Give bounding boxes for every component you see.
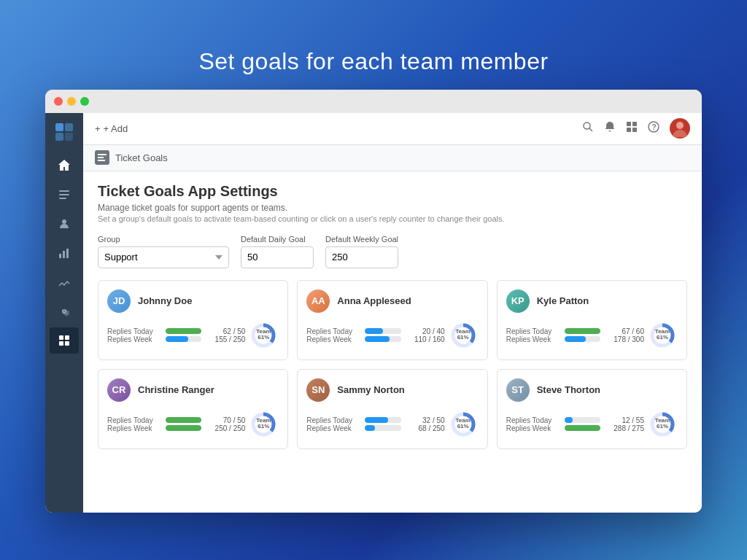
week-progress-bg bbox=[166, 336, 201, 342]
daily-goal-label: Default Daily Goal bbox=[241, 235, 314, 244]
svg-line-16 bbox=[589, 128, 592, 131]
agent-card[interactable]: AA Anna Appleseed Replies Today 20 / 40 … bbox=[297, 280, 487, 360]
svg-text:?: ? bbox=[652, 123, 657, 131]
bell-icon[interactable] bbox=[604, 121, 616, 136]
week-progress-fill bbox=[365, 336, 390, 342]
grid-icon[interactable] bbox=[626, 121, 638, 136]
agent-avatar: AA bbox=[306, 289, 330, 313]
page-title: Ticket Goals App Settings bbox=[98, 183, 687, 200]
sidebar-item-users[interactable] bbox=[50, 211, 79, 237]
week-progress-fill bbox=[166, 425, 201, 431]
replies-today-row: Replies Today 67 / 60 bbox=[506, 327, 644, 335]
replies-today-row: Replies Today 12 / 55 bbox=[506, 416, 644, 424]
sidebar-item-apps[interactable] bbox=[50, 327, 79, 354]
replies-today-label: Replies Today bbox=[506, 327, 559, 335]
svg-rect-26 bbox=[98, 160, 105, 161]
app-body: + + Add ? bbox=[45, 113, 702, 513]
agent-name: Kyle Patton bbox=[537, 295, 589, 306]
svg-rect-19 bbox=[627, 128, 631, 132]
minimize-button[interactable] bbox=[67, 97, 76, 106]
agent-card-inner: Replies Today 62 / 50 Replies Week 155 /… bbox=[107, 320, 279, 351]
today-value: 62 / 50 bbox=[207, 327, 245, 335]
week-value: 288 / 275 bbox=[606, 424, 644, 432]
user-avatar[interactable] bbox=[670, 118, 690, 139]
today-progress-fill bbox=[365, 417, 388, 423]
team-donut[interactable]: Team61% bbox=[248, 320, 279, 351]
agent-name: Sammy Norton bbox=[337, 384, 404, 395]
close-button[interactable] bbox=[54, 97, 63, 106]
add-label: + Add bbox=[104, 123, 128, 134]
replies-week-row: Replies Week 178 / 300 bbox=[506, 335, 644, 343]
svg-rect-4 bbox=[59, 190, 69, 192]
settings-form: Group Support Sales Billing Default Dail… bbox=[98, 235, 687, 268]
agent-avatar: KP bbox=[506, 289, 530, 313]
search-icon[interactable] bbox=[582, 121, 594, 136]
sidebar-item-home[interactable] bbox=[50, 152, 79, 179]
team-donut[interactable]: Team61% bbox=[647, 409, 678, 440]
svg-rect-5 bbox=[59, 194, 69, 195]
daily-goal-input[interactable] bbox=[241, 246, 314, 268]
svg-rect-8 bbox=[59, 254, 61, 258]
agent-stats: Replies Today 70 / 50 Replies Week 250 /… bbox=[107, 416, 245, 432]
traffic-lights bbox=[54, 97, 89, 106]
replies-today-label: Replies Today bbox=[306, 327, 359, 335]
sidebar-item-analytics[interactable] bbox=[50, 269, 79, 295]
add-button[interactable]: + + Add bbox=[95, 123, 128, 134]
donut-label: Team61% bbox=[256, 418, 271, 431]
svg-rect-18 bbox=[632, 122, 637, 126]
headline: Set goals for each team member bbox=[198, 48, 548, 75]
agent-card[interactable]: CR Christine Ranger Replies Today 70 / 5… bbox=[98, 369, 288, 449]
sidebar bbox=[45, 113, 83, 513]
replies-week-row: Replies Week 288 / 275 bbox=[506, 424, 644, 432]
topbar-icons: ? bbox=[582, 118, 690, 139]
team-donut[interactable]: Team61% bbox=[647, 320, 678, 351]
agent-card[interactable]: JD Johnny Doe Replies Today 62 / 50 Repl… bbox=[98, 280, 288, 360]
page-subtitle: Manage ticket goals for support agents o… bbox=[98, 203, 687, 213]
week-progress-fill bbox=[365, 425, 374, 431]
week-progress-fill bbox=[565, 425, 600, 431]
week-value: 110 / 160 bbox=[407, 335, 445, 343]
week-progress-bg bbox=[365, 425, 400, 431]
agent-avatar: CR bbox=[107, 378, 131, 402]
sidebar-item-reports[interactable] bbox=[50, 240, 79, 266]
agent-name: Anna Appleseed bbox=[337, 295, 411, 306]
replies-today-row: Replies Today 20 / 40 bbox=[306, 327, 444, 335]
daily-goal-field: Default Daily Goal bbox=[241, 235, 314, 268]
weekly-goal-input[interactable] bbox=[325, 246, 398, 268]
donut-label: Team61% bbox=[655, 329, 670, 342]
team-donut[interactable]: Team61% bbox=[448, 320, 479, 351]
breadcrumb-bar: Ticket Goals bbox=[83, 145, 702, 171]
today-progress-fill bbox=[166, 417, 201, 423]
fullscreen-button[interactable] bbox=[80, 97, 89, 106]
agents-grid: JD Johnny Doe Replies Today 62 / 50 Repl… bbox=[98, 280, 687, 449]
breadcrumb-label: Ticket Goals bbox=[115, 152, 168, 163]
svg-rect-20 bbox=[632, 128, 637, 132]
agent-card[interactable]: ST Steve Thorton Replies Today 12 / 55 R… bbox=[497, 369, 687, 449]
plus-icon: + bbox=[95, 123, 101, 134]
weekly-goal-field: Default Weekly Goal bbox=[325, 235, 398, 268]
week-progress-bg bbox=[166, 425, 201, 431]
team-donut[interactable]: Team61% bbox=[248, 409, 279, 440]
today-progress-fill bbox=[365, 328, 383, 334]
replies-today-label: Replies Today bbox=[107, 327, 160, 335]
group-select[interactable]: Support Sales Billing bbox=[98, 246, 229, 268]
replies-today-label: Replies Today bbox=[107, 416, 160, 424]
replies-week-row: Replies Week 250 / 250 bbox=[107, 424, 245, 432]
group-label: Group bbox=[98, 235, 229, 244]
help-icon[interactable]: ? bbox=[648, 121, 659, 136]
today-value: 12 / 55 bbox=[606, 416, 644, 424]
replies-today-row: Replies Today 32 / 50 bbox=[306, 416, 444, 424]
sidebar-item-settings[interactable] bbox=[50, 298, 79, 324]
agent-card[interactable]: SN Sammy Norton Replies Today 32 / 50 Re… bbox=[297, 369, 487, 449]
today-progress-bg bbox=[166, 417, 201, 423]
topbar: + + Add ? bbox=[83, 113, 702, 145]
ticket-goals-icon bbox=[95, 150, 109, 165]
week-progress-bg bbox=[565, 336, 600, 342]
team-donut[interactable]: Team61% bbox=[448, 409, 479, 440]
agent-stats: Replies Today 12 / 55 Replies Week 288 /… bbox=[506, 416, 644, 432]
svg-rect-2 bbox=[55, 133, 63, 141]
svg-rect-6 bbox=[59, 198, 66, 199]
svg-rect-11 bbox=[59, 335, 63, 340]
agent-card[interactable]: KP Kyle Patton Replies Today 67 / 60 Rep… bbox=[497, 280, 687, 360]
sidebar-item-tickets[interactable] bbox=[50, 182, 79, 208]
